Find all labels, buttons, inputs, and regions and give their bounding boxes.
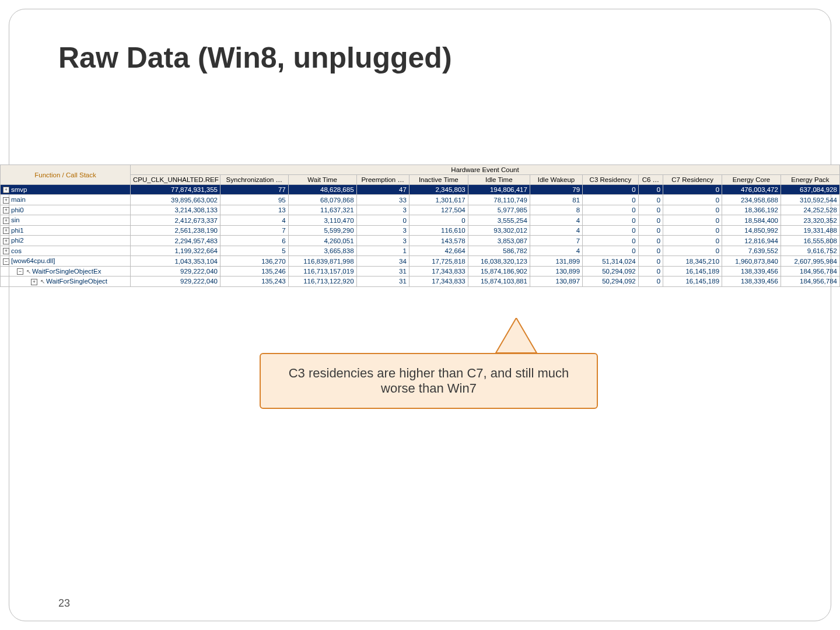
data-cell: 143,578 — [409, 236, 468, 246]
expand-icon[interactable]: + — [3, 197, 9, 204]
data-cell: 7,639,552 — [722, 246, 781, 256]
table-row[interactable]: +smvp77,874,931,3557748,628,685472,345,8… — [1, 185, 840, 195]
table-row[interactable]: +phi03,214,308,1331311,637,3213127,5045,… — [1, 205, 840, 215]
data-cell: 476,003,472 — [722, 185, 781, 195]
data-cell: 4 — [530, 246, 582, 256]
table-row[interactable]: −[wow64cpu.dll]1,043,353,104136,270116,8… — [1, 256, 840, 266]
function-cell[interactable]: +phi2 — [1, 236, 131, 246]
col-header[interactable]: C3 Residency — [583, 175, 639, 185]
data-cell: 135,243 — [220, 276, 288, 286]
data-cell: 0 — [638, 225, 663, 235]
data-cell: 77 — [220, 185, 288, 195]
table-row[interactable]: +main39,895,663,0029568,079,868331,301,6… — [1, 195, 840, 205]
data-cell: 3,665,838 — [288, 246, 356, 256]
data-cell: 1,199,322,664 — [131, 246, 220, 256]
data-cell: 1,043,353,104 — [131, 256, 220, 266]
data-cell: 4,260,051 — [288, 236, 356, 246]
data-cell: 0 — [638, 236, 663, 246]
data-cell: 14,850,992 — [722, 225, 781, 235]
callee-arrow-icon: ↖ — [40, 278, 45, 285]
table-row[interactable]: +cos1,199,322,66453,665,838142,664586,78… — [1, 246, 840, 256]
data-cell: 3,555,254 — [468, 215, 530, 225]
data-cell: 0 — [356, 215, 409, 225]
function-cell[interactable]: −↖WaitForSingleObjectEx — [1, 266, 131, 276]
table-row[interactable]: +↖WaitForSingleObject929,222,040135,2431… — [1, 276, 840, 286]
data-cell: 17,725,818 — [409, 256, 468, 266]
data-cell: 34 — [356, 256, 409, 266]
function-name: smvp — [11, 186, 27, 193]
data-cell: 39,895,663,002 — [131, 195, 220, 205]
data-cell: 1 — [356, 246, 409, 256]
data-cell: 0 — [583, 215, 639, 225]
data-cell: 50,294,092 — [583, 266, 639, 276]
data-cell: 2,561,238,190 — [131, 225, 220, 235]
col-header[interactable]: C7 Residency — [663, 175, 722, 185]
expand-icon[interactable]: + — [3, 207, 9, 214]
expand-icon[interactable]: + — [3, 218, 9, 224]
data-cell: 0 — [638, 185, 663, 195]
data-cell: 12,816,944 — [722, 236, 781, 246]
function-cell[interactable]: +phi1 — [1, 225, 131, 235]
data-cell: 13 — [220, 205, 288, 215]
function-cell[interactable]: +cos — [1, 246, 131, 256]
data-cell: 127,504 — [409, 205, 468, 215]
col-header[interactable]: Wait Time — [288, 175, 356, 185]
col-header[interactable]: Energy Core — [722, 175, 781, 185]
data-cell: 3,110,470 — [288, 215, 356, 225]
data-cell: 1,301,617 — [409, 195, 468, 205]
data-cell: 0 — [638, 256, 663, 266]
data-cell: 7 — [220, 225, 288, 235]
col-header[interactable]: Energy Pack — [780, 175, 839, 185]
expand-icon[interactable]: + — [3, 228, 9, 234]
expand-icon[interactable]: + — [31, 279, 37, 285]
data-cell: 78,110,749 — [468, 195, 530, 205]
data-cell: 3 — [356, 205, 409, 215]
col-header[interactable]: Synchronization … — [220, 175, 288, 185]
data-cell: 4 — [530, 215, 582, 225]
function-cell[interactable]: +phi0 — [1, 205, 131, 215]
expand-icon[interactable]: + — [3, 248, 9, 254]
data-cell: 19,331,488 — [780, 225, 839, 235]
data-cell: 3 — [356, 225, 409, 235]
col-header[interactable]: Idle Time — [468, 175, 530, 185]
data-cell: 138,339,456 — [722, 276, 781, 286]
table-row[interactable]: +sin2,412,673,33743,110,470003,555,25440… — [1, 215, 840, 225]
function-cell[interactable]: +sin — [1, 215, 131, 225]
collapse-icon[interactable]: − — [17, 268, 23, 275]
function-cell[interactable]: +main — [1, 195, 131, 205]
page-title: Raw Data (Win8, unplugged) — [58, 41, 452, 75]
data-cell: 0 — [638, 195, 663, 205]
data-cell: 4 — [530, 225, 582, 235]
collapse-icon[interactable]: − — [3, 258, 9, 265]
function-cell[interactable]: −[wow64cpu.dll] — [1, 256, 131, 266]
data-cell: 184,956,784 — [780, 266, 839, 276]
data-cell: 9,616,752 — [780, 246, 839, 256]
col-header-group: Hardware Event Count — [131, 165, 840, 175]
function-name: cos — [11, 247, 22, 254]
col-header[interactable]: Preemption … — [356, 175, 409, 185]
col-header[interactable]: CPU_CLK_UNHALTED.REF … — [131, 175, 220, 185]
table-row[interactable]: −↖WaitForSingleObjectEx929,222,040135,24… — [1, 266, 840, 276]
col-header[interactable]: Inactive Time — [409, 175, 468, 185]
callee-arrow-icon: ↖ — [26, 268, 31, 275]
data-cell: 929,222,040 — [131, 266, 220, 276]
callout-pointer-icon — [487, 318, 540, 359]
function-cell[interactable]: +↖WaitForSingleObject — [1, 276, 131, 286]
col-header[interactable]: Idle Wakeup — [530, 175, 582, 185]
expand-icon[interactable]: + — [3, 238, 9, 244]
data-cell: 33 — [356, 195, 409, 205]
data-cell: 130,897 — [530, 276, 582, 286]
table-row[interactable]: +phi22,294,957,48364,260,0513143,5783,85… — [1, 236, 840, 246]
function-name: WaitForSingleObjectEx — [32, 268, 101, 275]
function-cell[interactable]: +smvp — [1, 185, 131, 195]
col-header[interactable]: C6 … — [638, 175, 663, 185]
data-cell: 51,314,024 — [583, 256, 639, 266]
data-cell: 138,339,456 — [722, 266, 781, 276]
data-cell: 0 — [638, 246, 663, 256]
data-cell: 929,222,040 — [131, 276, 220, 286]
table-row[interactable]: +phi12,561,238,19075,599,2903116,61093,3… — [1, 225, 840, 235]
col-header-function[interactable]: Function / Call Stack — [1, 165, 131, 185]
expand-icon[interactable]: + — [3, 187, 9, 193]
data-cell: 16,145,189 — [663, 266, 722, 276]
data-cell: 48,628,685 — [288, 185, 356, 195]
